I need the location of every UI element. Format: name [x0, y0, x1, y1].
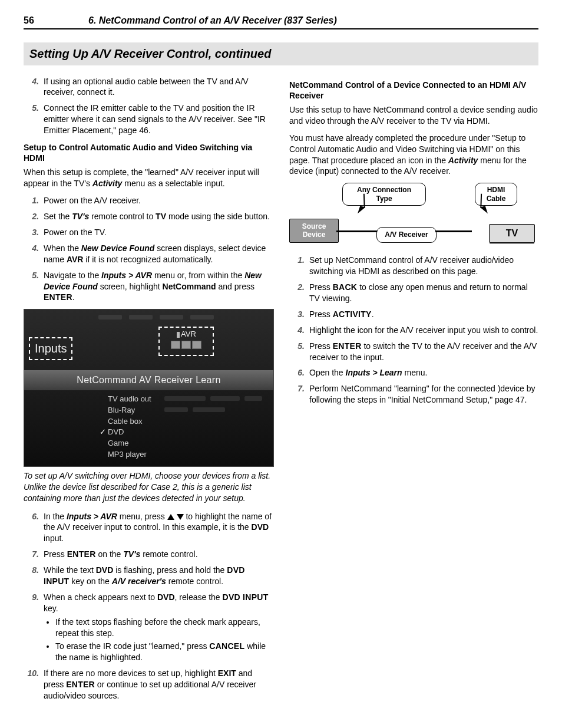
diagram-box-tv: TV	[489, 224, 535, 243]
step-text: Connect the IR emitter cable to the TV a…	[44, 103, 266, 135]
ui-list-item: MP3 player	[100, 449, 151, 460]
step-item: 3.Press ACTIVITY.	[289, 309, 538, 320]
steps-list-right: 1.Set up NetCommand control of A/V recei…	[289, 255, 538, 406]
step-number: 2.	[24, 211, 39, 222]
step-item: 4.If using an optional audio cable betwe…	[24, 76, 273, 98]
right-para-2: You must have already completed the proc…	[289, 133, 538, 177]
steps-list-b: 1.Power on the A/V receiver.2.Set the TV…	[24, 195, 273, 303]
step-item: 2.Set the TV's remote control to TV mode…	[24, 211, 273, 222]
screenshot-caption: To set up A/V switching over HDMI, choos…	[24, 470, 273, 504]
step-number: 2.	[289, 282, 305, 293]
steps-list-c: 6.In the Inputs > AVR menu, press to hig…	[24, 511, 273, 701]
step-text: Power on the TV.	[44, 228, 107, 237]
page-header: 56 6. NetCommand Control of an A/V Recei…	[24, 14, 538, 29]
step-number: 6.	[289, 367, 305, 378]
step-item: 9.When a check appears next to DVD, rele…	[24, 592, 273, 663]
step-item: 10.If there are no more devices to set u…	[24, 668, 273, 701]
page-number: 56	[24, 14, 88, 27]
screenshot-inputs-avr: Inputs AVR NetCommand AV Receiver Learn …	[24, 309, 274, 467]
step-number: 3.	[24, 227, 39, 238]
ui-list-item: DVD	[100, 427, 151, 438]
bullet-item: If the text stops flashing before the ch…	[55, 617, 273, 639]
section-heading: Setting Up A/V Receiver Control, continu…	[29, 46, 533, 62]
step-item: 2.Press BACK to close any open menus and…	[289, 282, 538, 304]
step-item: 8.While the text DVD is flashing, press …	[24, 565, 273, 587]
connection-diagram: Any Connection Type HDMI Cable Source De…	[289, 183, 538, 248]
step-text: When the New Device Found screen display…	[44, 243, 266, 264]
step-item: 7.Press ENTER on the TV's remote control…	[24, 549, 273, 560]
step-item: 6.In the Inputs > AVR menu, press to hig…	[24, 511, 273, 545]
step-item: 5.Press ENTER to switch the TV to the A/…	[289, 341, 538, 363]
step-item: 1.Set up NetCommand control of A/V recei…	[289, 255, 538, 277]
step-number: 1.	[24, 195, 39, 206]
step-number: 5.	[24, 103, 39, 114]
step-text: If using an optional audio cable between…	[44, 77, 249, 97]
step-text: Press ENTER to switch the TV to the A/V …	[309, 341, 537, 362]
ui-list-item: Blu-Ray	[100, 405, 151, 416]
step-number: 10.	[24, 668, 39, 679]
step-text: In the Inputs > AVR menu, press to highl…	[44, 512, 272, 543]
arrow-icon	[480, 206, 488, 215]
diagram-label-any-connection: Any Connection Type	[342, 183, 426, 206]
right-para-1: Use this setup to have NetCommand contro…	[289, 104, 538, 127]
step-number: 4.	[24, 243, 39, 254]
step-text: Perform NetCommand "learning" for the co…	[309, 384, 535, 404]
step-number: 8.	[24, 565, 39, 576]
left-column: 4.If using an optional audio cable betwe…	[24, 76, 273, 707]
subhead-setup-hdmi: Setup to Control Automatic Audio and Vid…	[24, 142, 273, 163]
connector-line-icon	[336, 230, 378, 232]
step-number: 7.	[289, 383, 305, 394]
step-item: 4.Highlight the icon for the A/V receive…	[289, 325, 538, 336]
ui-avr-highlight: AVR	[158, 327, 214, 356]
section-heading-bar: Setting Up A/V Receiver Control, continu…	[24, 42, 538, 65]
connector-line-icon	[435, 230, 472, 232]
step-text: Navigate to the Inputs > AVR menu or, fr…	[44, 271, 262, 302]
step-text: Set the TV's remote control to TV mode u…	[44, 212, 270, 221]
ui-device-list: TV audio outBlu-RayCable boxDVDGameMP3 p…	[100, 394, 151, 460]
step-number: 4.	[24, 76, 39, 87]
step-number: 3.	[289, 309, 305, 320]
step-text: If there are no more devices to set up, …	[44, 668, 256, 700]
subhead-netcommand-hdmi: NetCommand Control of a Device Connected…	[289, 80, 538, 101]
step-text: Set up NetCommand control of A/V receive…	[309, 255, 514, 276]
step-text: Open the Inputs > Learn menu.	[309, 368, 427, 377]
right-column: NetCommand Control of a Device Connected…	[289, 76, 538, 707]
chapter-title: 6. NetCommand Control of an A/V Receiver…	[88, 14, 337, 27]
step-number: 6.	[24, 511, 39, 522]
diagram-box-source: Source Device	[289, 219, 339, 243]
step-number: 4.	[289, 325, 305, 336]
step-number: 9.	[24, 592, 39, 603]
step-number: 1.	[289, 255, 305, 266]
bullet-item: To erase the IR code just "learned," pre…	[55, 641, 273, 663]
intro-paragraph: When this setup is complete, the "learne…	[24, 167, 273, 189]
step-number: 7.	[24, 549, 39, 560]
diagram-box-avr: A/V Receiver	[376, 227, 437, 243]
step-number: 5.	[289, 341, 305, 352]
step-text: Press ACTIVITY.	[309, 309, 374, 319]
step-item: 3.Power on the TV.	[24, 227, 273, 238]
ui-list-item: Cable box	[100, 416, 151, 427]
ui-list-item: TV audio out	[100, 394, 151, 405]
ui-panel-title: NetCommand AV Receiver Learn	[24, 370, 273, 390]
ui-inputs-label: Inputs	[29, 337, 72, 360]
step-text: Press ENTER on the TV's remote control.	[44, 549, 198, 559]
step-text: Power on the A/V receiver.	[44, 196, 141, 205]
step-item: 6.Open the Inputs > Learn menu.	[289, 367, 538, 378]
step-text: Press BACK to close any open menus and r…	[309, 282, 528, 303]
step-item: 5.Navigate to the Inputs > AVR menu or, …	[24, 270, 273, 304]
step-text: While the text DVD is flashing, press an…	[44, 565, 245, 586]
ui-list-item: Game	[100, 438, 151, 449]
step-item: 4.When the New Device Found screen displ…	[24, 243, 273, 265]
steps-list-a: 4.If using an optional audio cable betwe…	[24, 76, 273, 136]
step-text: When a check appears next to DVD, releas…	[44, 592, 268, 613]
step-item: 1.Power on the A/V receiver.	[24, 195, 273, 206]
step-text: Highlight the icon for the A/V receiver …	[309, 325, 538, 335]
sub-bullets: If the text stops flashing before the ch…	[55, 617, 273, 664]
step-item: 5.Connect the IR emitter cable to the TV…	[24, 103, 273, 136]
arrow-icon	[358, 206, 365, 215]
step-number: 5.	[24, 270, 39, 281]
step-item: 7.Perform NetCommand "learning" for the …	[289, 383, 538, 406]
